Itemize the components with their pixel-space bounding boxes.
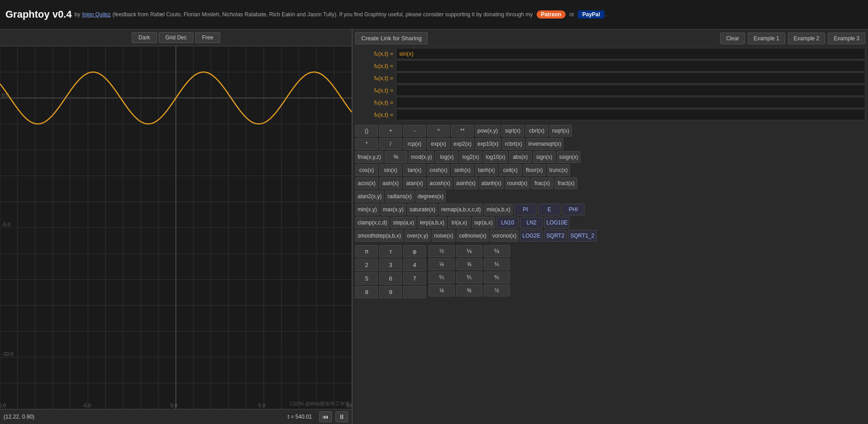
function-input-5[interactable] bbox=[396, 97, 865, 108]
calc-btn-row5-4[interactable]: asinh(x) bbox=[454, 177, 478, 189]
example3-button[interactable]: Example 3 bbox=[828, 33, 865, 44]
calc-btn-row7-2[interactable]: saturate(x) bbox=[407, 204, 438, 215]
numpad-frac-btn-3-0[interactable]: ⅛ bbox=[429, 285, 455, 296]
grid-dec-button[interactable]: Grid Dec bbox=[159, 32, 193, 43]
calc-btn-row8-5[interactable]: LN10 bbox=[496, 217, 519, 229]
calc-btn-row6-1[interactable]: radians(x) bbox=[385, 191, 414, 202]
calc-btn-row2-6[interactable]: rcbrt(x) bbox=[502, 138, 525, 150]
calc-btn-row2-3[interactable]: exp(x) bbox=[427, 138, 450, 150]
calc-btn-row4-2[interactable]: tan(x) bbox=[403, 164, 426, 176]
calc-btn-row7-4[interactable]: mix(a,b,x) bbox=[484, 204, 513, 215]
numpad-frac-btn-3-2[interactable]: ½ bbox=[484, 285, 510, 296]
calc-btn-row9-5[interactable]: LOG2E bbox=[520, 230, 542, 242]
calc-btn-row8-0[interactable]: clamp(x,c,d) bbox=[355, 217, 389, 229]
calc-btn-row5-1[interactable]: asin(x) bbox=[379, 177, 402, 189]
calc-btn-row2-1[interactable]: / bbox=[379, 138, 402, 150]
graph-canvas[interactable] bbox=[0, 46, 352, 409]
calc-btn-row2-5[interactable]: exp10(x) bbox=[475, 138, 501, 150]
numpad-frac-btn-0-1[interactable]: ⅓ bbox=[456, 245, 482, 257]
calc-btn-row4-3[interactable]: cosh(x) bbox=[427, 164, 450, 176]
numpad-left-btn-2-0[interactable]: 5 bbox=[355, 272, 378, 285]
calc-btn-row2-7[interactable]: inversesqrt(x) bbox=[526, 138, 564, 150]
numpad-left-btn-0-2[interactable]: φ bbox=[403, 245, 426, 257]
calc-btn-row7-0[interactable]: min(x,y) bbox=[355, 204, 379, 215]
calc-btn-row4-5[interactable]: tanh(x) bbox=[475, 164, 498, 176]
calc-btn-row7-3[interactable]: remap(a,b,x,c,d) bbox=[439, 204, 483, 215]
calc-btn-row9-0[interactable]: smoothstep(a,b,x) bbox=[355, 230, 403, 242]
numpad-left-btn-3-2[interactable] bbox=[403, 286, 426, 298]
numpad-frac-btn-2-2[interactable]: ⅘ bbox=[484, 272, 510, 283]
calc-btn-row5-6[interactable]: round(x) bbox=[505, 177, 530, 189]
free-button[interactable]: Free bbox=[195, 32, 220, 43]
numpad-left-btn-3-1[interactable]: 9 bbox=[379, 286, 402, 298]
pause-button[interactable]: ⏸ bbox=[335, 411, 348, 422]
calc-btn-row1-7[interactable]: cbrt(x) bbox=[525, 125, 548, 137]
calc-btn-row8-4[interactable]: sqr(a,x) bbox=[472, 217, 495, 229]
example2-button[interactable]: Example 2 bbox=[788, 33, 826, 44]
author-link[interactable]: Inigo Quilez bbox=[82, 11, 110, 18]
calc-btn-row5-3[interactable]: acosh(x) bbox=[427, 177, 453, 189]
numpad-left-btn-1-2[interactable]: 4 bbox=[403, 259, 426, 271]
example1-button[interactable]: Example 1 bbox=[748, 33, 785, 44]
numpad-left-btn-0-0[interactable]: π bbox=[355, 245, 378, 257]
calc-btn-row9-4[interactable]: voronoi(x) bbox=[490, 230, 519, 242]
calc-btn-row6-2[interactable]: degrees(x) bbox=[415, 191, 446, 202]
numpad-left-btn-1-0[interactable]: 2 bbox=[355, 259, 378, 271]
calc-btn-row2-0[interactable]: * bbox=[355, 138, 378, 150]
calc-btn-row1-0[interactable]: () bbox=[355, 125, 378, 137]
function-input-3[interactable] bbox=[396, 72, 865, 84]
calc-btn-row4-8[interactable]: trunc(x) bbox=[547, 164, 570, 176]
function-input-1[interactable] bbox=[396, 48, 865, 59]
numpad-left-btn-2-2[interactable]: 7 bbox=[403, 272, 426, 285]
numpad-frac-btn-2-0[interactable]: ⅖ bbox=[429, 272, 455, 283]
calc-btn-row7-7[interactable]: PHI bbox=[562, 204, 585, 215]
calc-btn-row3-8[interactable]: ssign(x) bbox=[557, 151, 580, 163]
numpad-frac-btn-0-0[interactable]: ½ bbox=[429, 245, 455, 257]
graph-area[interactable]: CSDN @Web图形学工作室 bbox=[0, 46, 352, 409]
calc-btn-row1-5[interactable]: pow(x,y) bbox=[475, 125, 500, 137]
calc-btn-row1-4[interactable]: ** bbox=[451, 125, 474, 137]
calc-btn-row7-6[interactable]: E bbox=[538, 204, 561, 215]
calc-btn-row3-3[interactable]: log(x) bbox=[435, 151, 458, 163]
function-input-4[interactable] bbox=[396, 85, 865, 96]
numpad-frac-btn-0-2[interactable]: ⅔ bbox=[484, 245, 510, 257]
calc-btn-row3-7[interactable]: sign(x) bbox=[533, 151, 556, 163]
calc-btn-row4-6[interactable]: ceil(x) bbox=[499, 164, 522, 176]
calc-btn-row1-8[interactable]: rsqrt(x) bbox=[549, 125, 572, 137]
calc-btn-row7-5[interactable]: PI bbox=[514, 204, 537, 215]
calc-btn-row2-2[interactable]: rcp(x) bbox=[403, 138, 426, 150]
rewind-button[interactable]: ⏮ bbox=[319, 411, 332, 422]
numpad-frac-btn-1-1[interactable]: ¾ bbox=[456, 258, 482, 270]
numpad-left-btn-1-1[interactable]: 3 bbox=[379, 259, 402, 271]
calc-btn-row9-7[interactable]: SQRT1_2 bbox=[568, 230, 596, 242]
calc-btn-row4-1[interactable]: sin(x) bbox=[379, 164, 402, 176]
calc-btn-row1-2[interactable]: - bbox=[403, 125, 426, 137]
calc-btn-row9-2[interactable]: noise(x) bbox=[432, 230, 456, 242]
clear-button[interactable]: Clear bbox=[720, 33, 745, 44]
calc-btn-row8-3[interactable]: tri(a,x) bbox=[448, 217, 471, 229]
calc-btn-row9-1[interactable]: over(x,y) bbox=[405, 230, 430, 242]
calc-btn-row4-0[interactable]: cos(x) bbox=[355, 164, 378, 176]
share-button[interactable]: Create Link for Sharing bbox=[355, 32, 428, 44]
calc-btn-row3-5[interactable]: log10(x) bbox=[483, 151, 507, 163]
calc-btn-row1-1[interactable]: + bbox=[379, 125, 402, 137]
function-input-2[interactable] bbox=[396, 60, 865, 71]
calc-btn-row3-0[interactable]: fma(x,y,z) bbox=[355, 151, 383, 163]
calc-btn-row5-0[interactable]: acos(x) bbox=[355, 177, 378, 189]
calc-btn-row5-5[interactable]: atanh(x) bbox=[479, 177, 504, 189]
calc-btn-row5-8[interactable]: fract(x) bbox=[555, 177, 577, 189]
calc-btn-row9-6[interactable]: SQRT2 bbox=[544, 230, 566, 242]
calc-btn-row1-3[interactable]: ^ bbox=[427, 125, 450, 137]
paypal-badge[interactable]: PayPal bbox=[578, 10, 604, 19]
calc-btn-row2-4[interactable]: exp2(x) bbox=[451, 138, 474, 150]
calc-btn-row7-1[interactable]: max(x,y) bbox=[381, 204, 406, 215]
patreon-badge[interactable]: Patreon bbox=[537, 10, 566, 19]
calc-btn-row8-1[interactable]: step(a,x) bbox=[391, 217, 416, 229]
function-input-6[interactable] bbox=[396, 109, 865, 120]
calc-btn-row4-7[interactable]: floor(x) bbox=[523, 164, 546, 176]
numpad-left-btn-3-0[interactable]: 8 bbox=[355, 286, 378, 298]
numpad-left-btn-0-1[interactable]: τ bbox=[379, 245, 402, 257]
dark-button[interactable]: Dark bbox=[132, 32, 156, 43]
calc-btn-row5-7[interactable]: frac(x) bbox=[531, 177, 553, 189]
calc-btn-row3-4[interactable]: log2(x) bbox=[459, 151, 482, 163]
